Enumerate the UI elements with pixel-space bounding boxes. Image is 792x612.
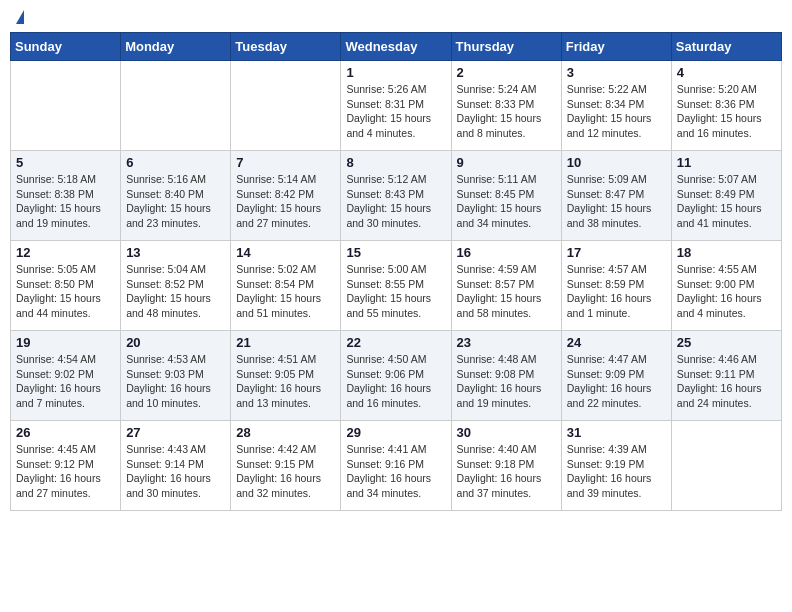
calendar-cell: 24Sunrise: 4:47 AM Sunset: 9:09 PM Dayli… [561, 331, 671, 421]
day-info: Sunrise: 4:50 AM Sunset: 9:06 PM Dayligh… [346, 352, 445, 411]
calendar-cell: 21Sunrise: 4:51 AM Sunset: 9:05 PM Dayli… [231, 331, 341, 421]
day-number: 9 [457, 155, 556, 170]
calendar-cell: 26Sunrise: 4:45 AM Sunset: 9:12 PM Dayli… [11, 421, 121, 511]
calendar-cell: 30Sunrise: 4:40 AM Sunset: 9:18 PM Dayli… [451, 421, 561, 511]
calendar-cell: 22Sunrise: 4:50 AM Sunset: 9:06 PM Dayli… [341, 331, 451, 421]
day-info: Sunrise: 5:05 AM Sunset: 8:50 PM Dayligh… [16, 262, 115, 321]
calendar-week-1: 1Sunrise: 5:26 AM Sunset: 8:31 PM Daylig… [11, 61, 782, 151]
day-info: Sunrise: 5:09 AM Sunset: 8:47 PM Dayligh… [567, 172, 666, 231]
calendar-week-2: 5Sunrise: 5:18 AM Sunset: 8:38 PM Daylig… [11, 151, 782, 241]
day-number: 17 [567, 245, 666, 260]
day-info: Sunrise: 5:07 AM Sunset: 8:49 PM Dayligh… [677, 172, 776, 231]
weekday-header-monday: Monday [121, 33, 231, 61]
day-info: Sunrise: 5:02 AM Sunset: 8:54 PM Dayligh… [236, 262, 335, 321]
calendar-cell: 31Sunrise: 4:39 AM Sunset: 9:19 PM Dayli… [561, 421, 671, 511]
calendar-cell: 20Sunrise: 4:53 AM Sunset: 9:03 PM Dayli… [121, 331, 231, 421]
day-number: 14 [236, 245, 335, 260]
weekday-header-friday: Friday [561, 33, 671, 61]
day-number: 16 [457, 245, 556, 260]
day-number: 11 [677, 155, 776, 170]
logo [14, 10, 24, 24]
calendar-cell: 25Sunrise: 4:46 AM Sunset: 9:11 PM Dayli… [671, 331, 781, 421]
header [10, 10, 782, 24]
calendar-cell: 6Sunrise: 5:16 AM Sunset: 8:40 PM Daylig… [121, 151, 231, 241]
calendar-cell: 29Sunrise: 4:41 AM Sunset: 9:16 PM Dayli… [341, 421, 451, 511]
day-number: 28 [236, 425, 335, 440]
day-number: 5 [16, 155, 115, 170]
calendar-cell: 8Sunrise: 5:12 AM Sunset: 8:43 PM Daylig… [341, 151, 451, 241]
calendar-cell: 2Sunrise: 5:24 AM Sunset: 8:33 PM Daylig… [451, 61, 561, 151]
day-info: Sunrise: 4:39 AM Sunset: 9:19 PM Dayligh… [567, 442, 666, 501]
calendar-cell: 3Sunrise: 5:22 AM Sunset: 8:34 PM Daylig… [561, 61, 671, 151]
calendar-cell: 13Sunrise: 5:04 AM Sunset: 8:52 PM Dayli… [121, 241, 231, 331]
day-info: Sunrise: 4:48 AM Sunset: 9:08 PM Dayligh… [457, 352, 556, 411]
day-info: Sunrise: 5:18 AM Sunset: 8:38 PM Dayligh… [16, 172, 115, 231]
calendar-cell: 10Sunrise: 5:09 AM Sunset: 8:47 PM Dayli… [561, 151, 671, 241]
weekday-header-saturday: Saturday [671, 33, 781, 61]
calendar-cell: 4Sunrise: 5:20 AM Sunset: 8:36 PM Daylig… [671, 61, 781, 151]
calendar-cell: 9Sunrise: 5:11 AM Sunset: 8:45 PM Daylig… [451, 151, 561, 241]
day-info: Sunrise: 4:54 AM Sunset: 9:02 PM Dayligh… [16, 352, 115, 411]
day-number: 20 [126, 335, 225, 350]
calendar-cell: 16Sunrise: 4:59 AM Sunset: 8:57 PM Dayli… [451, 241, 561, 331]
day-number: 12 [16, 245, 115, 260]
calendar-table: SundayMondayTuesdayWednesdayThursdayFrid… [10, 32, 782, 511]
day-info: Sunrise: 5:26 AM Sunset: 8:31 PM Dayligh… [346, 82, 445, 141]
day-number: 25 [677, 335, 776, 350]
day-number: 19 [16, 335, 115, 350]
day-number: 3 [567, 65, 666, 80]
day-info: Sunrise: 4:57 AM Sunset: 8:59 PM Dayligh… [567, 262, 666, 321]
day-info: Sunrise: 4:46 AM Sunset: 9:11 PM Dayligh… [677, 352, 776, 411]
day-number: 8 [346, 155, 445, 170]
weekday-header-wednesday: Wednesday [341, 33, 451, 61]
calendar-cell: 1Sunrise: 5:26 AM Sunset: 8:31 PM Daylig… [341, 61, 451, 151]
day-info: Sunrise: 4:40 AM Sunset: 9:18 PM Dayligh… [457, 442, 556, 501]
day-info: Sunrise: 5:14 AM Sunset: 8:42 PM Dayligh… [236, 172, 335, 231]
day-info: Sunrise: 4:59 AM Sunset: 8:57 PM Dayligh… [457, 262, 556, 321]
calendar-cell [121, 61, 231, 151]
day-info: Sunrise: 5:22 AM Sunset: 8:34 PM Dayligh… [567, 82, 666, 141]
day-number: 21 [236, 335, 335, 350]
calendar-cell: 11Sunrise: 5:07 AM Sunset: 8:49 PM Dayli… [671, 151, 781, 241]
calendar-cell: 27Sunrise: 4:43 AM Sunset: 9:14 PM Dayli… [121, 421, 231, 511]
day-number: 2 [457, 65, 556, 80]
weekday-header-row: SundayMondayTuesdayWednesdayThursdayFrid… [11, 33, 782, 61]
day-number: 22 [346, 335, 445, 350]
day-info: Sunrise: 5:04 AM Sunset: 8:52 PM Dayligh… [126, 262, 225, 321]
day-info: Sunrise: 4:41 AM Sunset: 9:16 PM Dayligh… [346, 442, 445, 501]
calendar-cell [11, 61, 121, 151]
day-info: Sunrise: 4:45 AM Sunset: 9:12 PM Dayligh… [16, 442, 115, 501]
day-info: Sunrise: 4:53 AM Sunset: 9:03 PM Dayligh… [126, 352, 225, 411]
day-number: 23 [457, 335, 556, 350]
day-number: 27 [126, 425, 225, 440]
day-info: Sunrise: 4:42 AM Sunset: 9:15 PM Dayligh… [236, 442, 335, 501]
day-number: 4 [677, 65, 776, 80]
calendar-cell: 19Sunrise: 4:54 AM Sunset: 9:02 PM Dayli… [11, 331, 121, 421]
calendar-cell [231, 61, 341, 151]
calendar-week-4: 19Sunrise: 4:54 AM Sunset: 9:02 PM Dayli… [11, 331, 782, 421]
calendar-cell: 17Sunrise: 4:57 AM Sunset: 8:59 PM Dayli… [561, 241, 671, 331]
calendar-cell: 14Sunrise: 5:02 AM Sunset: 8:54 PM Dayli… [231, 241, 341, 331]
day-number: 1 [346, 65, 445, 80]
calendar-cell: 18Sunrise: 4:55 AM Sunset: 9:00 PM Dayli… [671, 241, 781, 331]
day-info: Sunrise: 4:43 AM Sunset: 9:14 PM Dayligh… [126, 442, 225, 501]
day-number: 7 [236, 155, 335, 170]
calendar-cell: 28Sunrise: 4:42 AM Sunset: 9:15 PM Dayli… [231, 421, 341, 511]
day-number: 18 [677, 245, 776, 260]
day-number: 10 [567, 155, 666, 170]
calendar-week-3: 12Sunrise: 5:05 AM Sunset: 8:50 PM Dayli… [11, 241, 782, 331]
day-number: 29 [346, 425, 445, 440]
day-info: Sunrise: 5:00 AM Sunset: 8:55 PM Dayligh… [346, 262, 445, 321]
day-number: 13 [126, 245, 225, 260]
day-number: 15 [346, 245, 445, 260]
day-info: Sunrise: 5:16 AM Sunset: 8:40 PM Dayligh… [126, 172, 225, 231]
calendar-cell: 12Sunrise: 5:05 AM Sunset: 8:50 PM Dayli… [11, 241, 121, 331]
weekday-header-thursday: Thursday [451, 33, 561, 61]
day-info: Sunrise: 5:11 AM Sunset: 8:45 PM Dayligh… [457, 172, 556, 231]
day-number: 26 [16, 425, 115, 440]
logo-triangle-icon [16, 10, 24, 24]
day-number: 31 [567, 425, 666, 440]
calendar-cell: 15Sunrise: 5:00 AM Sunset: 8:55 PM Dayli… [341, 241, 451, 331]
weekday-header-tuesday: Tuesday [231, 33, 341, 61]
day-number: 24 [567, 335, 666, 350]
